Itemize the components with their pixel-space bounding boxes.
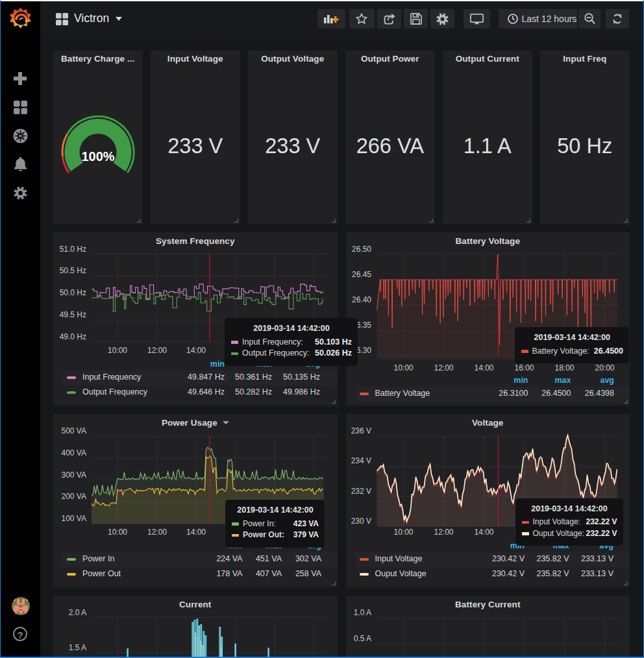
svg-text:100%: 100% xyxy=(81,149,114,164)
